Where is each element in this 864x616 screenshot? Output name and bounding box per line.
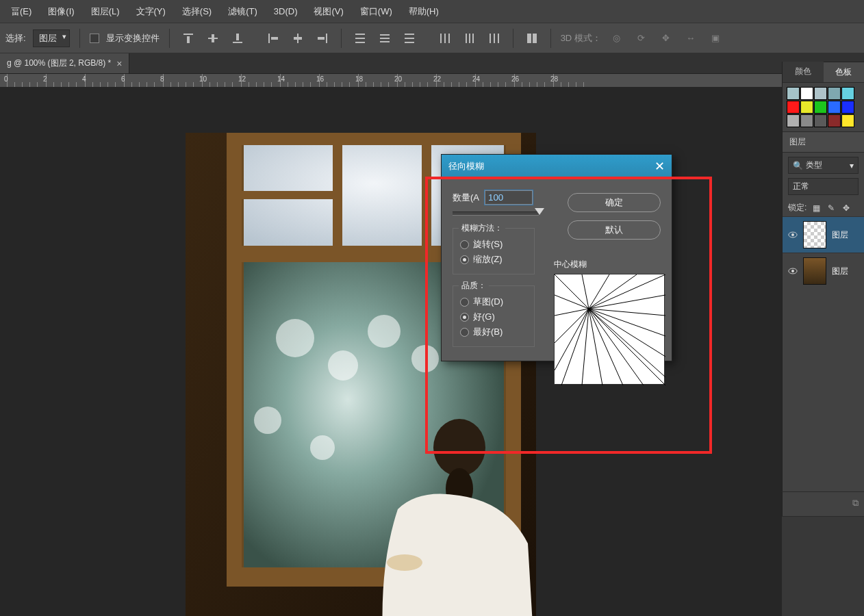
svg-point-41 [411, 345, 439, 372]
menu-window[interactable]: 窗口(W) [352, 1, 401, 22]
3d-orbit-icon: ◎ [608, 29, 626, 47]
lock-brush-icon[interactable]: ✎ [826, 203, 837, 214]
menu-3d[interactable]: 3D(D) [266, 2, 306, 21]
svg-rect-25 [469, 34, 470, 43]
layer-thumbnail [803, 257, 826, 285]
layer-name: 图层 [832, 229, 848, 241]
amount-slider[interactable] [453, 211, 539, 216]
3d-roll-icon: ⟳ [633, 29, 650, 47]
quality-best-radio[interactable]: 最好(B) [460, 326, 527, 338]
swatch[interactable] [814, 87, 827, 100]
align-right-icon[interactable] [314, 29, 331, 47]
default-button[interactable]: 默认 [568, 220, 661, 240]
svg-rect-22 [444, 34, 446, 43]
swatch[interactable] [828, 114, 841, 127]
align-vcenter-icon[interactable] [204, 29, 222, 47]
distribute-top-icon[interactable] [351, 29, 369, 47]
swatch[interactable] [787, 87, 800, 100]
tab-layers[interactable]: 图层 [783, 131, 864, 153]
svg-rect-3 [212, 34, 214, 42]
swatch[interactable] [787, 101, 800, 114]
align-hcenter-icon[interactable] [289, 29, 307, 47]
svg-rect-19 [405, 38, 414, 39]
visibility-icon[interactable] [788, 266, 798, 276]
align-bottom-icon[interactable] [229, 29, 246, 47]
svg-point-74 [791, 233, 794, 236]
svg-rect-14 [355, 42, 365, 43]
document-tab[interactable]: g @ 100% (图层 2, RGB/8) * × [0, 53, 129, 73]
show-transform-label: 显示变换控件 [106, 32, 160, 44]
swatch[interactable] [828, 87, 841, 100]
layer-item[interactable]: 图层 [783, 253, 864, 289]
quality-draft-radio[interactable]: 草图(D) [460, 296, 527, 308]
layer-filter-dropdown[interactable]: 🔍 类型 ▾ [788, 157, 859, 174]
svg-line-56 [589, 274, 637, 309]
menu-select[interactable]: 选择(S) [174, 1, 220, 22]
layer-select-dropdown[interactable]: 图层 [33, 29, 70, 47]
align-top-icon[interactable] [179, 29, 197, 47]
distribute-vcenter-icon[interactable] [376, 29, 394, 47]
menu-filter[interactable]: 滤镜(T) [220, 1, 266, 22]
auto-align-icon[interactable] [523, 29, 541, 47]
chevron-down-icon: ▾ [850, 161, 854, 170]
swatch[interactable] [787, 114, 800, 127]
swatch[interactable] [800, 101, 813, 114]
svg-rect-42 [227, 133, 521, 145]
slider-thumb[interactable] [535, 208, 544, 215]
swatch[interactable] [800, 114, 813, 127]
lock-move-icon[interactable]: ✥ [841, 203, 852, 214]
menu-layer[interactable]: 图层(L) [83, 1, 128, 22]
svg-rect-49 [239, 191, 338, 199]
blur-method-group: 模糊方法： 旋转(S) 缩放(Z) [453, 228, 535, 274]
svg-line-53 [555, 274, 589, 309]
svg-line-58 [589, 295, 665, 309]
tab-color[interactable]: 颜色 [783, 62, 824, 82]
quality-good-radio[interactable]: 好(G) [460, 311, 527, 323]
swatch[interactable] [841, 101, 854, 114]
swatch[interactable] [800, 87, 813, 100]
visibility-icon[interactable] [788, 230, 798, 240]
svg-rect-30 [527, 34, 531, 43]
show-transform-checkbox[interactable] [90, 34, 99, 43]
svg-rect-48 [422, 133, 431, 256]
swatch[interactable] [828, 101, 841, 114]
svg-point-50 [433, 419, 485, 476]
distribute-right-icon[interactable] [485, 29, 503, 47]
amount-input[interactable] [485, 190, 533, 205]
dialog-titlebar[interactable]: 径向模糊 ✕ [442, 155, 672, 178]
link-icon[interactable]: ⧉ [852, 498, 859, 509]
navigator-panel[interactable] [782, 516, 864, 616]
ruler-horizontal: 0246810121416182022242628 [0, 74, 864, 88]
distribute-left-icon[interactable] [436, 29, 454, 47]
menu-help[interactable]: 帮助(H) [401, 1, 447, 22]
close-icon[interactable]: × [116, 58, 122, 69]
method-zoom-radio[interactable]: 缩放(Z) [460, 253, 527, 266]
swatch[interactable] [841, 114, 854, 127]
svg-rect-23 [448, 34, 450, 43]
swatch[interactable] [814, 114, 827, 127]
lock-transparency-icon[interactable]: ▦ [811, 203, 822, 214]
swatch[interactable] [814, 101, 827, 114]
close-icon[interactable]: ✕ [655, 159, 665, 174]
layer-lock-bar: 锁定: ▦ ✎ ✥ [783, 199, 864, 216]
align-left-icon[interactable] [264, 29, 282, 47]
blur-center-preview[interactable] [554, 274, 665, 385]
tab-swatch[interactable]: 色板 [824, 62, 865, 82]
svg-line-64 [589, 309, 644, 385]
layer-item[interactable]: 图层 [783, 216, 864, 253]
swatch[interactable] [841, 87, 854, 100]
blend-mode-dropdown[interactable]: 正常 [788, 178, 859, 195]
menu-edit[interactable]: 畐(E) [3, 1, 40, 22]
svg-line-60 [589, 309, 665, 336]
ok-button[interactable]: 确定 [568, 193, 661, 212]
method-spin-radio[interactable]: 旋转(S) [460, 238, 527, 251]
layer-thumbnail [803, 221, 826, 248]
menu-text[interactable]: 文字(Y) [128, 1, 174, 22]
svg-rect-5 [236, 34, 239, 40]
menu-image[interactable]: 图像(I) [40, 1, 82, 22]
menu-view[interactable]: 视图(V) [305, 1, 351, 22]
svg-point-36 [276, 319, 314, 357]
distribute-bottom-icon[interactable] [401, 29, 418, 47]
distribute-hcenter-icon[interactable] [461, 29, 479, 47]
svg-line-62 [589, 309, 665, 377]
